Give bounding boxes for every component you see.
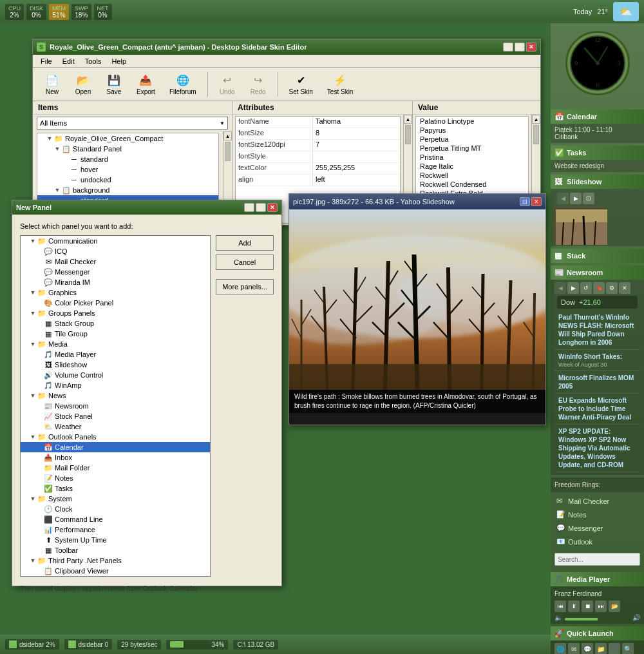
value-item-3[interactable]: Perpetua Titling MT bbox=[416, 144, 528, 153]
menu-edit[interactable]: Edit bbox=[57, 56, 80, 66]
outlook-item[interactable]: 📧 Outlook bbox=[553, 535, 642, 548]
tree-mediaplayer[interactable]: 🎵 Media Player bbox=[21, 349, 210, 360]
notes-item[interactable]: 📝 Notes bbox=[553, 508, 642, 521]
tree-cmdline[interactable]: ⬛ Command Line bbox=[21, 514, 210, 524]
tree-icq[interactable]: 💬 ICQ bbox=[21, 246, 210, 256]
slideshow-fullscreen-button[interactable]: ⊡ bbox=[583, 193, 594, 204]
tree-media[interactable]: ▼ 📁 Media bbox=[21, 339, 210, 349]
val-scroll-up-icon[interactable]: ▲ bbox=[532, 115, 540, 124]
ql-search-icon[interactable]: 🔍 bbox=[622, 643, 634, 654]
tree-calendar-item[interactable]: 📅 Calendar bbox=[21, 442, 210, 452]
stack-section-header[interactable]: ▦ Stack bbox=[551, 249, 644, 263]
ql-mail-icon[interactable]: ✉ bbox=[568, 643, 580, 654]
tree-item-background[interactable]: ▼ 📋 background bbox=[37, 185, 218, 195]
value-item-0[interactable]: Palatino Linotype bbox=[416, 117, 528, 126]
slideshow-next-button[interactable]: ▶ bbox=[570, 193, 582, 204]
tree-winamp[interactable]: 🎵 WinAmp bbox=[21, 380, 210, 390]
slideshow-close-button[interactable]: ✕ bbox=[531, 197, 542, 206]
more-panels-button[interactable]: More panels... bbox=[216, 279, 274, 294]
export-button[interactable]: 📤 Export bbox=[131, 70, 161, 98]
news-item-3[interactable]: EU Expands Microsoft Probe to Include Ti… bbox=[554, 394, 640, 425]
attr-scroll-thumb[interactable] bbox=[405, 125, 411, 144]
slideshow-window-controls[interactable]: ⊡ ✕ bbox=[520, 197, 542, 206]
tree-item-root[interactable]: ▼ 📁 Royale_Olive_Green_Compact bbox=[37, 133, 218, 144]
newsroom-section-header[interactable]: 📰 Newsroom bbox=[551, 265, 644, 280]
dialog-minimize-button[interactable]: _ bbox=[244, 203, 254, 212]
attr-row-fontstyle[interactable]: fontStyle bbox=[236, 151, 400, 163]
tree-communication[interactable]: ▼ 📁 Communication bbox=[21, 236, 210, 246]
calendar-section-header[interactable]: 📅 Calendar bbox=[551, 110, 644, 124]
tree-stockpanel[interactable]: 📈 Stock Panel bbox=[21, 411, 210, 421]
tree-mailchecker[interactable]: ✉ Mail Checker bbox=[21, 256, 210, 267]
newsroom-prev-button[interactable]: ◀ bbox=[554, 282, 566, 294]
new-button[interactable]: 📄 New bbox=[38, 70, 66, 98]
tree-notes[interactable]: 📝 Notes bbox=[21, 473, 210, 483]
news-item-1[interactable]: WinInfo Short Takes: Week of August 30 bbox=[554, 350, 640, 371]
value-item-2[interactable]: Perpetua bbox=[416, 135, 528, 144]
open-button[interactable]: 📂 Open bbox=[69, 70, 97, 98]
newsroom-refresh-button[interactable]: ↺ bbox=[580, 282, 592, 294]
testskin-button[interactable]: ⚡ Test Skin bbox=[321, 70, 359, 98]
add-button[interactable]: Add bbox=[216, 235, 274, 251]
tree-system[interactable]: ▼ 📁 System bbox=[21, 494, 210, 504]
value-item-1[interactable]: Papyrus bbox=[416, 126, 528, 135]
cancel-button[interactable]: Cancel bbox=[216, 255, 274, 270]
tree-clock[interactable]: 🕐 Clock bbox=[21, 504, 210, 514]
tree-volume[interactable]: 🔊 Volume Control bbox=[21, 370, 210, 380]
tasks-section-header[interactable]: ✅ Tasks bbox=[551, 146, 644, 160]
tree-weather[interactable]: ⛅ Weather bbox=[21, 421, 210, 432]
tree-stackgroup[interactable]: ▦ Stack Group bbox=[21, 318, 210, 329]
save-button[interactable]: 💾 Save bbox=[100, 70, 128, 98]
ql-chat-icon[interactable]: 💬 bbox=[582, 643, 593, 654]
tree-newsroom[interactable]: 📰 Newsroom bbox=[21, 401, 210, 411]
dialog-close-button[interactable]: ✕ bbox=[267, 203, 278, 212]
tree-tasks[interactable]: ✅ Tasks bbox=[21, 483, 210, 494]
tree-performance[interactable]: 📊 Performance bbox=[21, 524, 210, 535]
tree-outlook-panels[interactable]: ▼ 📁 Outlook Panels bbox=[21, 432, 210, 442]
tree-thirdparty[interactable]: ▼ 📁 Third Party .Net Panels bbox=[21, 555, 210, 566]
media-player-section-header[interactable]: 🎵 Media Player bbox=[551, 572, 644, 586]
maximize-button[interactable]: □ bbox=[515, 43, 525, 52]
tree-clipboard[interactable]: 📋 Clipboard Viewer bbox=[21, 566, 210, 576]
tree-item-hover[interactable]: ─ hover bbox=[37, 164, 218, 175]
media-open-button[interactable]: 📂 bbox=[609, 601, 620, 612]
dialog-window-controls[interactable]: _ □ ✕ bbox=[244, 203, 278, 212]
fileforum-button[interactable]: 🌐 Fileforum bbox=[164, 70, 202, 98]
tree-systemuptime[interactable]: ⬆ System Up Time bbox=[21, 535, 210, 545]
items-dropdown[interactable]: All Items ▼ bbox=[37, 117, 228, 130]
slideshow-restore-button[interactable]: ⊡ bbox=[520, 197, 530, 206]
tree-groups[interactable]: ▼ 📁 Groups Panels bbox=[21, 308, 210, 318]
value-item-6[interactable]: Rockwell bbox=[416, 171, 528, 180]
scroll-up-icon[interactable]: ▲ bbox=[223, 131, 232, 140]
menu-tools[interactable]: Tools bbox=[80, 56, 107, 66]
messenger-item[interactable]: 💬 Messenger bbox=[553, 522, 642, 535]
tree-colorpicker[interactable]: 🎨 Color Picker Panel bbox=[21, 298, 210, 308]
attr-row-textcolor[interactable]: textColor 255,255,255 bbox=[236, 163, 400, 175]
newsroom-settings-button[interactable]: ⚙ bbox=[606, 282, 618, 294]
redo-button[interactable]: ↪ Redo bbox=[244, 70, 272, 98]
dialog-maximize-button[interactable]: □ bbox=[256, 203, 266, 212]
close-button[interactable]: ✕ bbox=[526, 43, 536, 52]
menu-file[interactable]: File bbox=[35, 56, 57, 66]
media-next-button[interactable]: ⏭ bbox=[595, 601, 607, 612]
newsroom-next-button[interactable]: ▶ bbox=[567, 282, 579, 294]
val-scroll-thumb[interactable] bbox=[533, 125, 539, 144]
media-volume-bar[interactable] bbox=[565, 618, 630, 620]
scroll-thumb[interactable] bbox=[225, 142, 231, 161]
value-item-4[interactable]: Pristina bbox=[416, 153, 528, 162]
attr-row-align[interactable]: align left bbox=[236, 175, 400, 186]
slideshow-section-header[interactable]: 🖼 Slideshow bbox=[551, 175, 644, 189]
editor-window-controls[interactable]: _ □ ✕ bbox=[503, 43, 536, 52]
tree-item-standard-panel[interactable]: ▼ 📋 Standard Panel bbox=[37, 144, 218, 154]
minimize-button[interactable]: _ bbox=[503, 43, 513, 52]
media-prev-button[interactable]: ⏮ bbox=[554, 601, 566, 612]
quick-launch-section-header[interactable]: 🚀 Quick Launch bbox=[551, 626, 644, 640]
tree-inbox[interactable]: 📥 Inbox bbox=[21, 452, 210, 463]
ql-ie-icon[interactable]: 🌐 bbox=[554, 643, 566, 654]
tree-slideshow-item[interactable]: 🖼 Slideshow bbox=[21, 360, 210, 370]
newsroom-close-button[interactable]: ✕ bbox=[619, 282, 630, 294]
newsroom-bookmark-button[interactable]: 🔖 bbox=[593, 282, 605, 294]
outlook-search-input[interactable] bbox=[554, 553, 640, 566]
tree-news[interactable]: ▼ 📁 News bbox=[21, 390, 210, 401]
value-item-7[interactable]: Rockwell Condensed bbox=[416, 180, 528, 189]
